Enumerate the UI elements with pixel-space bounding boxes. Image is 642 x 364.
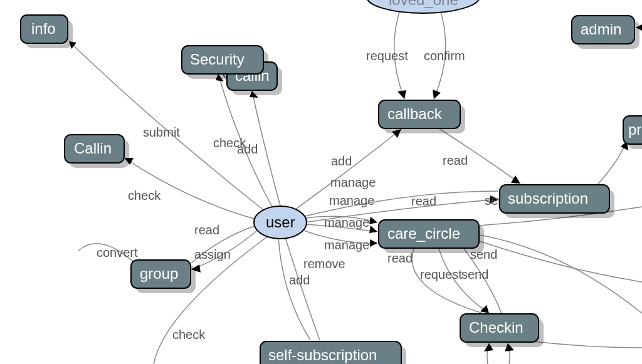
- edge-cc-off-2: [480, 235, 642, 313]
- edge-label-manage2: manage: [329, 194, 374, 207]
- edge-label-read: read: [443, 153, 468, 167]
- node-label-user: user: [266, 214, 295, 231]
- node-label-loved-one: loved_one: [389, 0, 458, 8]
- edge-label-add2: add: [331, 154, 352, 168]
- arrowhead: [369, 217, 377, 224]
- edge-label-add: add: [237, 142, 258, 156]
- edge-label-convert: convert: [97, 246, 138, 259]
- edge-label-assign: assign: [194, 247, 231, 261]
- edge-label-add3: add: [289, 273, 310, 287]
- edge-label-request2: request: [420, 268, 462, 281]
- edge-label-manage1: manage: [330, 175, 376, 189]
- edge-user-self-add: [278, 237, 310, 340]
- edge-user-self-remove: [285, 237, 320, 340]
- edge-label-remove: remove: [303, 257, 345, 271]
- node-label-callback: callback: [387, 105, 443, 122]
- node-label-subscription: subscription: [508, 190, 588, 207]
- edge-label-read2: read: [411, 194, 436, 208]
- node-label-care-circle: care_circle: [387, 225, 460, 242]
- er-diagram: submit check add check add request confi…: [0, 0, 642, 364]
- arrowhead: [369, 226, 377, 233]
- edge-label-request: request: [366, 49, 408, 63]
- edge-label-read4: read: [387, 251, 413, 265]
- node-label-checkin: Checkin: [469, 319, 524, 336]
- arrowhead: [480, 305, 489, 313]
- node-label-security: Security: [190, 51, 245, 68]
- edge-label-manage3: manage: [324, 216, 369, 229]
- edge-label-read3: read: [194, 223, 219, 237]
- node-label-pro: pro: [628, 121, 642, 138]
- arrowhead: [397, 90, 406, 99]
- edge-label-send1: send: [461, 268, 488, 281]
- edge-label-submit: submit: [143, 125, 180, 139]
- node-label-self-sub: self-subscription: [268, 346, 377, 363]
- edge-label-check2: check: [128, 189, 161, 202]
- node-label-admin: admin: [581, 21, 621, 38]
- arrowhead: [511, 175, 520, 184]
- edge-label-check3: check: [172, 328, 206, 341]
- node-label-callin: Callin: [74, 140, 112, 157]
- node-label-group: group: [140, 265, 178, 282]
- edge-chk-off: [533, 341, 642, 348]
- node-label-info: info: [31, 20, 56, 37]
- edge-sub-pro: [596, 141, 627, 187]
- arrowhead: [370, 239, 377, 247]
- edge-label-manage4: manage: [324, 238, 369, 252]
- edge-label-confirm: confirm: [424, 49, 465, 63]
